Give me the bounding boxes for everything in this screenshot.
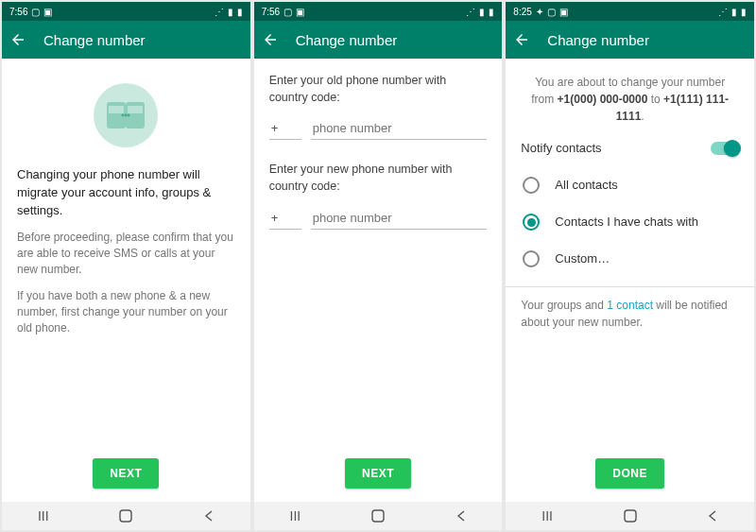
home-icon[interactable] <box>118 508 133 523</box>
content-area: Enter your old phone number with country… <box>254 59 503 447</box>
header-title: Change number <box>43 32 146 48</box>
screen-2-form: 7:56▢▣ ⋰▮▮ Change number Enter your old … <box>254 2 503 530</box>
notify-footer: Your groups and 1 contact will be notifi… <box>521 297 739 331</box>
radio-icon <box>523 214 540 231</box>
next-button[interactable]: NEXT <box>93 458 159 489</box>
app-header: Change number <box>506 21 754 59</box>
change-summary: You are about to change your number from… <box>521 72 739 138</box>
intro-headline: Changing your phone number will migrate … <box>17 166 235 220</box>
radio-icon <box>523 177 540 194</box>
header-title: Change number <box>547 32 649 48</box>
radio-custom[interactable]: Custom… <box>521 241 739 278</box>
status-time: 7:56 <box>9 7 27 17</box>
old-phone-input[interactable] <box>311 117 488 140</box>
next-button[interactable]: NEXT <box>345 458 411 489</box>
wifi-icon: ⋰ <box>718 7 728 17</box>
android-nav-bar: III <box>254 502 503 530</box>
recents-icon[interactable]: III <box>287 508 302 523</box>
hero-sim-icon <box>17 77 235 153</box>
radio-all-contacts[interactable]: All contacts <box>521 167 739 204</box>
new-number-label: Enter your new phone number with country… <box>269 161 488 195</box>
intro-para-1: Before proceeding, please confirm that y… <box>17 230 235 279</box>
signal-icon: ▮ <box>731 7 737 17</box>
content-area: You are about to change your number from… <box>506 59 754 447</box>
svg-rect-9 <box>372 510 384 522</box>
new-phone-input[interactable] <box>311 207 488 230</box>
radio-label: Custom… <box>555 250 610 268</box>
summary-mid: to <box>647 93 663 106</box>
home-icon[interactable] <box>623 508 638 523</box>
svg-rect-8 <box>120 510 131 522</box>
notify-label: Notify contacts <box>521 140 601 158</box>
svg-point-5 <box>122 114 125 117</box>
status-time: 8:25 <box>513 7 531 17</box>
picture-icon: ▣ <box>43 7 52 17</box>
back-nav-icon[interactable] <box>705 508 720 523</box>
notify-row: Notify contacts <box>521 140 739 158</box>
back-icon[interactable] <box>262 31 279 48</box>
signal-icon: ▮ <box>228 7 233 17</box>
recents-icon[interactable]: III <box>36 508 51 523</box>
picture-icon: ▢ <box>547 7 556 17</box>
app-header: Change number <box>254 21 503 59</box>
android-nav-bar: III <box>506 502 754 530</box>
alarm-icon: ✦ <box>536 7 543 17</box>
home-icon[interactable] <box>370 508 386 523</box>
divider <box>506 286 754 287</box>
svg-rect-2 <box>109 106 124 113</box>
status-bar: 7:56▢▣ ⋰▮▮ <box>254 2 503 21</box>
picture-icon: ▣ <box>559 7 568 17</box>
svg-rect-10 <box>625 510 636 522</box>
battery-icon: ▮ <box>741 7 747 17</box>
new-number-row <box>269 207 488 230</box>
content-area: Changing your phone number will migrate … <box>2 59 250 447</box>
recents-icon[interactable]: III <box>540 508 555 523</box>
wifi-icon: ⋰ <box>215 7 224 17</box>
radio-label: Contacts I have chats with <box>555 214 698 232</box>
back-icon[interactable] <box>9 31 26 48</box>
radio-icon <box>523 250 540 267</box>
back-nav-icon[interactable] <box>454 508 469 523</box>
radio-chats-contacts[interactable]: Contacts I have chats with <box>521 204 739 241</box>
android-nav-bar: III <box>2 502 250 530</box>
notify-toggle[interactable] <box>711 142 739 155</box>
screen-3-confirm: 8:25✦▢▣ ⋰▮▮ Change number You are about … <box>506 2 754 530</box>
new-country-code-input[interactable] <box>269 207 301 230</box>
picture-icon: ▣ <box>296 7 304 17</box>
done-button[interactable]: DONE <box>595 458 664 489</box>
summary-suffix: . <box>641 110 644 123</box>
picture-icon: ▢ <box>284 7 292 17</box>
button-bar: NEXT <box>254 447 503 502</box>
contact-count-link[interactable]: 1 contact <box>607 299 653 312</box>
intro-para-2: If you have both a new phone & a new num… <box>17 288 235 337</box>
picture-icon: ▢ <box>31 7 40 17</box>
svg-point-6 <box>125 114 128 117</box>
signal-icon: ▮ <box>479 7 485 17</box>
svg-point-7 <box>128 114 130 117</box>
old-number-label: Enter your old phone number with country… <box>269 72 488 106</box>
battery-icon: ▮ <box>489 7 494 17</box>
old-number-row <box>269 117 488 140</box>
button-bar: NEXT <box>2 447 250 502</box>
summary-old-number: +1(000) 000-0000 <box>558 93 648 106</box>
status-bar: 7:56▢▣ ⋰▮▮ <box>2 2 250 21</box>
status-bar: 8:25✦▢▣ ⋰▮▮ <box>506 2 754 21</box>
svg-rect-4 <box>128 106 143 113</box>
app-header: Change number <box>2 21 250 59</box>
back-nav-icon[interactable] <box>201 508 216 523</box>
back-icon[interactable] <box>513 31 530 48</box>
screen-1-intro: 7:56▢▣ ⋰▮▮ Change number Changing your p… <box>2 2 250 530</box>
old-country-code-input[interactable] <box>269 117 301 140</box>
button-bar: DONE <box>506 447 754 502</box>
header-title: Change number <box>296 32 398 48</box>
battery-icon: ▮ <box>237 7 243 17</box>
status-time: 7:56 <box>262 7 280 17</box>
radio-label: All contacts <box>555 177 617 195</box>
footer-text-a: Your groups and <box>521 299 607 312</box>
wifi-icon: ⋰ <box>466 7 475 17</box>
